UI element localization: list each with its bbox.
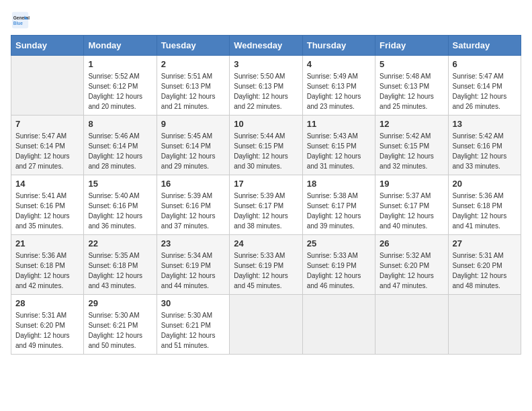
day-info: Sunrise: 5:30 AM Sunset: 6:21 PM Dayligh… bbox=[161, 310, 225, 351]
calendar-cell: 19 Sunrise: 5:37 AM Sunset: 6:17 PM Dayl… bbox=[375, 175, 448, 235]
calendar-cell: 30 Sunrise: 5:30 AM Sunset: 6:21 PM Dayl… bbox=[157, 295, 229, 355]
day-number: 3 bbox=[234, 59, 298, 69]
calendar-cell: 21 Sunrise: 5:36 AM Sunset: 6:18 PM Dayl… bbox=[11, 235, 84, 295]
day-number: 1 bbox=[88, 59, 152, 69]
calendar-body: 1 Sunrise: 5:52 AM Sunset: 6:12 PM Dayli… bbox=[11, 56, 521, 355]
day-info: Sunrise: 5:46 AM Sunset: 6:14 PM Dayligh… bbox=[88, 131, 152, 171]
day-info: Sunrise: 5:44 AM Sunset: 6:15 PM Dayligh… bbox=[234, 131, 298, 171]
calendar-cell: 22 Sunrise: 5:35 AM Sunset: 6:18 PM Dayl… bbox=[84, 235, 157, 295]
day-number: 11 bbox=[307, 119, 371, 129]
calendar-cell bbox=[11, 56, 84, 116]
page-header: General Blue bbox=[11, 11, 521, 30]
day-info: Sunrise: 5:45 AM Sunset: 6:14 PM Dayligh… bbox=[161, 131, 225, 171]
day-number: 23 bbox=[161, 238, 225, 248]
day-info: Sunrise: 5:33 AM Sunset: 6:19 PM Dayligh… bbox=[234, 250, 298, 291]
calendar-cell: 18 Sunrise: 5:38 AM Sunset: 6:17 PM Dayl… bbox=[302, 175, 375, 235]
day-number: 4 bbox=[307, 59, 371, 69]
column-header-friday: Friday bbox=[375, 36, 448, 56]
calendar-week-row: 21 Sunrise: 5:36 AM Sunset: 6:18 PM Dayl… bbox=[11, 235, 521, 295]
calendar-cell: 9 Sunrise: 5:45 AM Sunset: 6:14 PM Dayli… bbox=[157, 116, 229, 175]
day-info: Sunrise: 5:43 AM Sunset: 6:15 PM Dayligh… bbox=[307, 131, 371, 171]
calendar-cell: 11 Sunrise: 5:43 AM Sunset: 6:15 PM Dayl… bbox=[302, 116, 375, 175]
day-number: 21 bbox=[15, 238, 79, 248]
day-number: 10 bbox=[234, 119, 298, 129]
day-info: Sunrise: 5:40 AM Sunset: 6:16 PM Dayligh… bbox=[88, 191, 152, 231]
day-number: 12 bbox=[380, 119, 443, 129]
day-number: 18 bbox=[307, 179, 371, 189]
calendar-cell: 26 Sunrise: 5:32 AM Sunset: 6:20 PM Dayl… bbox=[375, 235, 448, 295]
day-info: Sunrise: 5:47 AM Sunset: 6:14 PM Dayligh… bbox=[15, 131, 79, 171]
day-number: 16 bbox=[161, 179, 225, 189]
logo-icon: General Blue bbox=[11, 11, 30, 30]
day-number: 6 bbox=[453, 59, 517, 69]
calendar-cell: 16 Sunrise: 5:39 AM Sunset: 6:16 PM Dayl… bbox=[157, 175, 229, 235]
day-info: Sunrise: 5:30 AM Sunset: 6:21 PM Dayligh… bbox=[88, 310, 152, 351]
calendar-cell: 25 Sunrise: 5:33 AM Sunset: 6:19 PM Dayl… bbox=[302, 235, 375, 295]
calendar-cell: 5 Sunrise: 5:48 AM Sunset: 6:13 PM Dayli… bbox=[375, 56, 448, 116]
calendar-cell bbox=[375, 295, 448, 355]
day-info: Sunrise: 5:42 AM Sunset: 6:16 PM Dayligh… bbox=[453, 131, 517, 171]
day-number: 14 bbox=[15, 179, 79, 189]
day-info: Sunrise: 5:35 AM Sunset: 6:18 PM Dayligh… bbox=[88, 250, 152, 291]
column-header-thursday: Thursday bbox=[302, 36, 375, 56]
day-info: Sunrise: 5:32 AM Sunset: 6:20 PM Dayligh… bbox=[380, 250, 443, 291]
svg-text:Blue: Blue bbox=[13, 21, 23, 26]
day-number: 25 bbox=[307, 238, 371, 248]
calendar-cell: 24 Sunrise: 5:33 AM Sunset: 6:19 PM Dayl… bbox=[230, 235, 302, 295]
day-info: Sunrise: 5:31 AM Sunset: 6:20 PM Dayligh… bbox=[15, 310, 79, 351]
column-header-monday: Monday bbox=[84, 36, 157, 56]
calendar-cell: 12 Sunrise: 5:42 AM Sunset: 6:15 PM Dayl… bbox=[375, 116, 448, 175]
day-number: 26 bbox=[380, 238, 443, 248]
day-info: Sunrise: 5:41 AM Sunset: 6:16 PM Dayligh… bbox=[15, 191, 79, 231]
day-info: Sunrise: 5:36 AM Sunset: 6:18 PM Dayligh… bbox=[453, 191, 517, 231]
day-info: Sunrise: 5:39 AM Sunset: 6:17 PM Dayligh… bbox=[234, 191, 298, 231]
day-info: Sunrise: 5:34 AM Sunset: 6:19 PM Dayligh… bbox=[161, 250, 225, 291]
calendar-cell: 10 Sunrise: 5:44 AM Sunset: 6:15 PM Dayl… bbox=[230, 116, 302, 175]
day-number: 9 bbox=[161, 119, 225, 129]
calendar-header-row: SundayMondayTuesdayWednesdayThursdayFrid… bbox=[11, 36, 521, 56]
day-info: Sunrise: 5:47 AM Sunset: 6:14 PM Dayligh… bbox=[453, 71, 517, 111]
day-info: Sunrise: 5:31 AM Sunset: 6:20 PM Dayligh… bbox=[453, 250, 517, 291]
calendar-week-row: 28 Sunrise: 5:31 AM Sunset: 6:20 PM Dayl… bbox=[11, 295, 521, 355]
calendar-week-row: 7 Sunrise: 5:47 AM Sunset: 6:14 PM Dayli… bbox=[11, 116, 521, 175]
calendar-cell: 8 Sunrise: 5:46 AM Sunset: 6:14 PM Dayli… bbox=[84, 116, 157, 175]
calendar-cell: 20 Sunrise: 5:36 AM Sunset: 6:18 PM Dayl… bbox=[448, 175, 521, 235]
day-info: Sunrise: 5:50 AM Sunset: 6:13 PM Dayligh… bbox=[234, 71, 298, 111]
day-info: Sunrise: 5:48 AM Sunset: 6:13 PM Dayligh… bbox=[380, 71, 443, 111]
day-info: Sunrise: 5:39 AM Sunset: 6:16 PM Dayligh… bbox=[161, 191, 225, 231]
calendar-week-row: 1 Sunrise: 5:52 AM Sunset: 6:12 PM Dayli… bbox=[11, 56, 521, 116]
calendar-cell: 23 Sunrise: 5:34 AM Sunset: 6:19 PM Dayl… bbox=[157, 235, 229, 295]
day-info: Sunrise: 5:38 AM Sunset: 6:17 PM Dayligh… bbox=[307, 191, 371, 231]
calendar-cell: 3 Sunrise: 5:50 AM Sunset: 6:13 PM Dayli… bbox=[230, 56, 302, 116]
day-number: 8 bbox=[88, 119, 152, 129]
day-number: 22 bbox=[88, 238, 152, 248]
logo: General Blue bbox=[11, 11, 32, 30]
day-number: 17 bbox=[234, 179, 298, 189]
day-number: 28 bbox=[15, 298, 79, 308]
day-info: Sunrise: 5:37 AM Sunset: 6:17 PM Dayligh… bbox=[380, 191, 443, 231]
day-info: Sunrise: 5:36 AM Sunset: 6:18 PM Dayligh… bbox=[15, 250, 79, 291]
column-header-wednesday: Wednesday bbox=[230, 36, 302, 56]
day-number: 13 bbox=[453, 119, 517, 129]
calendar-cell: 4 Sunrise: 5:49 AM Sunset: 6:13 PM Dayli… bbox=[302, 56, 375, 116]
day-number: 27 bbox=[453, 238, 517, 248]
calendar-cell bbox=[302, 295, 375, 355]
calendar-week-row: 14 Sunrise: 5:41 AM Sunset: 6:16 PM Dayl… bbox=[11, 175, 521, 235]
day-number: 19 bbox=[380, 179, 443, 189]
day-number: 24 bbox=[234, 238, 298, 248]
day-info: Sunrise: 5:33 AM Sunset: 6:19 PM Dayligh… bbox=[307, 250, 371, 291]
calendar-cell: 2 Sunrise: 5:51 AM Sunset: 6:13 PM Dayli… bbox=[157, 56, 229, 116]
calendar-cell bbox=[448, 295, 521, 355]
day-info: Sunrise: 5:42 AM Sunset: 6:15 PM Dayligh… bbox=[380, 131, 443, 171]
calendar-cell: 27 Sunrise: 5:31 AM Sunset: 6:20 PM Dayl… bbox=[448, 235, 521, 295]
calendar-cell: 7 Sunrise: 5:47 AM Sunset: 6:14 PM Dayli… bbox=[11, 116, 84, 175]
calendar-cell: 29 Sunrise: 5:30 AM Sunset: 6:21 PM Dayl… bbox=[84, 295, 157, 355]
calendar-table: SundayMondayTuesdayWednesdayThursdayFrid… bbox=[11, 35, 521, 355]
day-number: 20 bbox=[453, 179, 517, 189]
calendar-cell bbox=[230, 295, 302, 355]
day-info: Sunrise: 5:51 AM Sunset: 6:13 PM Dayligh… bbox=[161, 71, 225, 111]
day-number: 7 bbox=[15, 119, 79, 129]
day-number: 29 bbox=[88, 298, 152, 308]
column-header-sunday: Sunday bbox=[11, 36, 84, 56]
calendar-cell: 17 Sunrise: 5:39 AM Sunset: 6:17 PM Dayl… bbox=[230, 175, 302, 235]
